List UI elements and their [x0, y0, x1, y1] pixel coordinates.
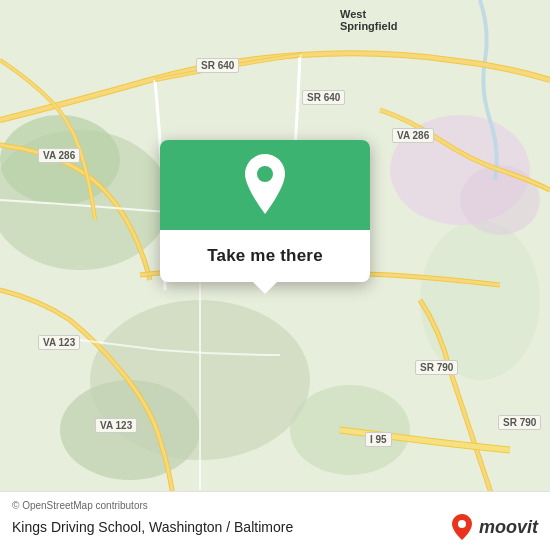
svg-point-8: [460, 165, 540, 235]
label-va123-2: VA 123: [95, 418, 137, 433]
location-name: Kings Driving School, Washington / Balti…: [12, 519, 293, 535]
label-sr790-1: SR 790: [415, 360, 458, 375]
location-pin-icon: [240, 154, 290, 216]
label-sr790-2: SR 790: [498, 415, 541, 430]
popup-icon-area: [160, 140, 370, 230]
svg-point-6: [420, 220, 540, 380]
moovit-logo: moovit: [451, 514, 538, 540]
label-west-springfield: WestSpringfield: [340, 8, 397, 32]
svg-point-10: [458, 520, 466, 528]
location-bar: Kings Driving School, Washington / Balti…: [12, 514, 538, 540]
svg-point-9: [257, 166, 273, 182]
attribution-text: © OpenStreetMap contributors: [12, 500, 538, 511]
label-va123-1: VA 123: [38, 335, 80, 350]
popup-button-area[interactable]: Take me there: [160, 230, 370, 282]
label-sr640-1: SR 640: [196, 58, 239, 73]
label-sr640-2: SR 640: [302, 90, 345, 105]
bottom-bar: © OpenStreetMap contributors Kings Drivi…: [0, 491, 550, 550]
label-va286-2: VA 286: [392, 128, 434, 143]
label-va286-1: VA 286: [38, 148, 80, 163]
popup-card: Take me there: [160, 140, 370, 282]
take-me-there-button[interactable]: Take me there: [207, 242, 323, 270]
moovit-text: moovit: [479, 517, 538, 538]
moovit-pin-icon: [451, 514, 473, 540]
label-i95: I 95: [365, 432, 392, 447]
map-container: WestSpringfield SR 640 SR 640 VA 286 VA …: [0, 0, 550, 550]
